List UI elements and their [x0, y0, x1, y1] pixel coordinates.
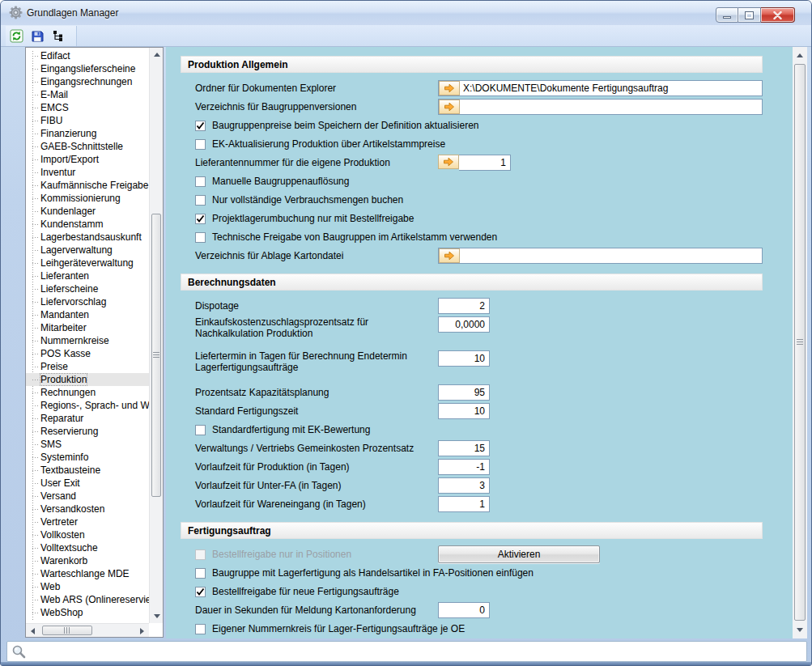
number-input-lieferantennummer-fur-die-eigene-produktion[interactable] — [459, 155, 511, 171]
number-input-verwaltungs-vertriebs-gemeinkosten-prozentsatz[interactable] — [438, 440, 490, 456]
scroll-up-button[interactable] — [150, 48, 164, 62]
scroll-down-button[interactable] — [150, 609, 164, 623]
refresh-button[interactable] — [6, 28, 27, 45]
sidebar-item-lagerbestandsauskunft[interactable]: Lagerbestandsauskunft — [26, 231, 149, 244]
number-input-einkaufskostenzuschlagsprozentsatz-fur-nachkalkulation-produktion[interactable] — [438, 316, 490, 333]
sidebar-item-rechnungen[interactable]: Rechnungen — [26, 386, 149, 399]
sidebar-item-mitarbeiter[interactable]: Mitarbeiter — [26, 321, 149, 334]
settings-row: Technische Freigabe von Baugruppen im Ar… — [181, 229, 763, 245]
gear-icon — [9, 6, 23, 23]
sidebar-item-regions-sprach-und-wah[interactable]: Regions-, Sprach- und Wäh — [26, 399, 149, 412]
sidebar-item-eingangsrechnungen[interactable]: Eingangsrechnungen — [26, 75, 149, 88]
sidebar-item-finanzierung[interactable]: Finanzierung — [26, 127, 149, 140]
sidebar-item-liefervorschlag[interactable]: Liefervorschlag — [26, 295, 149, 308]
checkbox-projektlagerumbuchung-nur-mit-bestellfreigabe[interactable] — [195, 214, 206, 224]
sidebar-item-lieferanten[interactable]: Lieferanten — [26, 269, 149, 282]
sidebar-item-web-ars-onlinereservieru[interactable]: Web ARS (Onlinereservieru — [26, 593, 149, 606]
checkbox-baugruppenpreise-beim-speichern-der-definition-aktualisieren[interactable] — [195, 121, 206, 131]
scroll-down-button[interactable] — [793, 623, 806, 637]
sidebar-item-textbausteine[interactable]: Textbausteine — [26, 464, 149, 477]
sidebar-item-reservierung[interactable]: Reservierung — [26, 425, 149, 438]
checkbox-nur-vollstandige-verbrauchsmengen-buchen[interactable] — [195, 195, 206, 206]
restore-button[interactable] — [738, 7, 761, 23]
sidebar-item-emcs[interactable]: EMCS — [26, 101, 149, 114]
scrollbar-thumb[interactable] — [42, 626, 92, 635]
minimize-button[interactable] — [716, 7, 738, 23]
tree-view-button[interactable] — [48, 28, 69, 45]
sidebar-item-lagerverwaltung[interactable]: Lagerverwaltung — [26, 244, 149, 257]
path-input-verzeichnis-fur-ablage-kartondatei[interactable] — [460, 248, 762, 263]
browse-button[interactable] — [439, 248, 460, 263]
sidebar-item-kommissionierung[interactable]: Kommissionierung — [26, 192, 149, 205]
sidebar-item-edifact[interactable]: Edifact — [26, 49, 149, 62]
number-input-liefertermin-in-tagen-fur-berechnung-endetermin-lagerfertigungsauftrage[interactable] — [438, 350, 490, 367]
number-input-prozentsatz-kapazitatsplanung[interactable] — [438, 384, 490, 401]
sidebar-item-warenkorb[interactable]: Warenkorb — [26, 554, 149, 567]
scrollbar-thumb[interactable] — [794, 64, 806, 621]
path-input-verzeichnis-fur-baugruppenversionen[interactable] — [460, 100, 762, 114]
sidebar-item-eingangslieferscheine[interactable]: Eingangslieferscheine — [26, 62, 149, 75]
number-input-vorlaufzeit-fur-unter-fa-in-tagen[interactable] — [438, 477, 490, 494]
aktivieren-button[interactable]: Aktivieren — [438, 545, 600, 563]
lookup-button[interactable] — [438, 155, 459, 169]
sidebar-item-kundenlager[interactable]: Kundenlager — [26, 205, 149, 218]
sidebar-item-e-mail[interactable]: E-Mail — [26, 88, 149, 101]
sidebar-item-reparatur[interactable]: Reparatur — [26, 412, 149, 425]
sidebar-item-webshop[interactable]: WebShop — [26, 606, 149, 619]
scroll-left-button[interactable] — [26, 624, 40, 638]
number-input-vorlaufzeit-fur-wareneingang-in-tagen[interactable] — [438, 496, 490, 512]
settings-vertical-scrollbar[interactable] — [793, 47, 807, 638]
sidebar-item-warteschlange-mde[interactable]: Warteschlange MDE — [26, 567, 149, 580]
sidebar-item-preise[interactable]: Preise — [26, 360, 149, 373]
sidebar-item-kaufmannische-freigabe[interactable]: Kaufmännische Freigabe — [26, 179, 149, 192]
sidebar-item-user-exit[interactable]: User Exit — [26, 477, 149, 490]
sidebar-item-vollkosten[interactable]: Vollkosten — [26, 528, 149, 541]
checkbox-bestellfreigabe-nur-in-positionen[interactable] — [195, 549, 206, 560]
checkbox-technische-freigabe-von-baugruppen-im-artikelstamm-verwenden[interactable] — [195, 232, 206, 243]
sidebar-item-sms[interactable]: SMS — [26, 438, 149, 451]
checkbox-bestellfreigabe-fur-neue-fertigungsauftrage[interactable] — [195, 587, 206, 597]
checkbox-standardfertigung-mit-ek-bewertung[interactable] — [195, 425, 206, 435]
sidebar-item-label: Preise — [40, 361, 68, 372]
browse-button[interactable] — [439, 100, 460, 114]
scroll-up-button[interactable] — [793, 49, 806, 62]
sidebar-item-systeminfo[interactable]: Systeminfo — [26, 451, 149, 464]
sidebar-item-leihgerateverwaltung[interactable]: Leihgeräteverwaltung — [26, 257, 149, 269]
number-input-standard-fertigungszeit[interactable] — [438, 403, 490, 419]
sidebar-item-gaeb-schnittstelle[interactable]: GAEB-Schnittstelle — [26, 140, 149, 153]
scrollbar-thumb[interactable] — [151, 214, 161, 497]
browse-button[interactable] — [439, 81, 460, 95]
close-button[interactable] — [761, 7, 795, 23]
checkbox-eigener-nummernkreis-fur-lager-fertigungsauftrage-je-oe[interactable] — [195, 624, 206, 634]
sidebar-item-mandanten[interactable]: Mandanten — [26, 308, 149, 321]
checkbox-baugruppe-mit-lagerfertigung-als-handelsartikel-in-fa-positionen-einfugen[interactable] — [195, 568, 206, 579]
sidebar-item-versandkosten[interactable]: Versandkosten — [26, 503, 149, 515]
tree-horizontal-scrollbar[interactable] — [26, 623, 149, 637]
save-button[interactable] — [27, 28, 48, 45]
sidebar-item-pos-kasse[interactable]: POS Kasse — [26, 347, 149, 360]
sidebar-item-produktion[interactable]: Produktion — [26, 373, 149, 386]
checkmark-icon — [196, 214, 205, 223]
search-input[interactable] — [30, 643, 806, 660]
number-input-dauer-in-sekunden-fur-meldung-kartonanforderung[interactable] — [438, 602, 490, 618]
number-input-dispotage[interactable] — [438, 298, 490, 314]
sidebar-item-vertreter[interactable]: Vertreter — [26, 515, 149, 528]
grip-icon — [153, 352, 159, 358]
sidebar-item-versand[interactable]: Versand — [26, 490, 149, 503]
scroll-right-button[interactable] — [135, 624, 149, 638]
sidebar-item-kundenstamm[interactable]: Kundenstamm — [26, 218, 149, 231]
sidebar-item-fibu[interactable]: FIBU — [26, 114, 149, 127]
number-input-vorlaufzeit-fur-produktion-in-tagen[interactable] — [438, 459, 490, 475]
sidebar-item-volltextsuche[interactable]: Volltextsuche — [26, 541, 149, 554]
sidebar-item-nummernkreise[interactable]: Nummernkreise — [26, 334, 149, 347]
checkbox-ek-aktualisierung-produktion-uber-artikelstammpreise[interactable] — [195, 139, 206, 150]
path-input-ordner-fur-dokumenten-explorer[interactable] — [460, 81, 762, 95]
sidebar-item-import-export[interactable]: Import/Export — [26, 153, 149, 166]
checkbox-manuelle-baugruppenauflosung[interactable] — [195, 176, 206, 187]
field-label: Verzeichnis für Baugruppenversionen — [195, 101, 438, 112]
tree-vertical-scrollbar[interactable] — [149, 48, 163, 623]
section-header-fertigungsauftrag: Fertigungsauftrag — [181, 522, 763, 539]
sidebar-item-lieferscheine[interactable]: Lieferscheine — [26, 282, 149, 295]
sidebar-item-web[interactable]: Web — [26, 580, 149, 593]
sidebar-item-inventur[interactable]: Inventur — [26, 166, 149, 179]
